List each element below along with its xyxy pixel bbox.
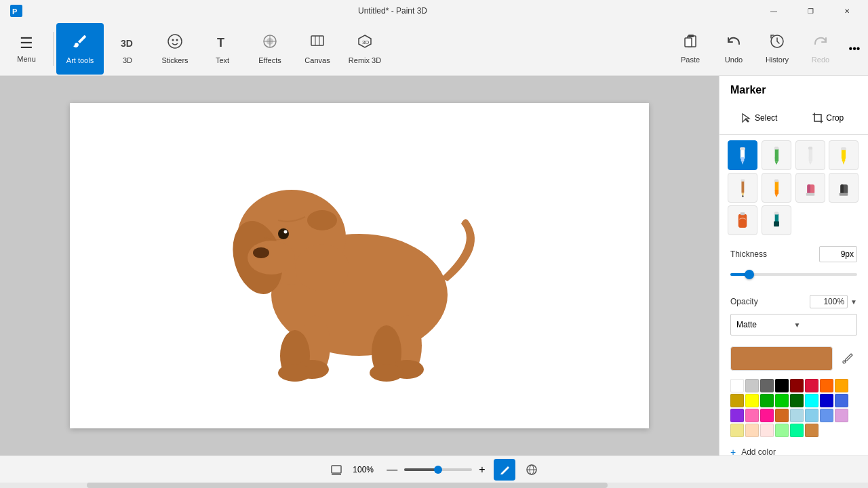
svg-rect-68 <box>774 212 778 215</box>
color-royalblue[interactable] <box>835 394 848 407</box>
color-crimson[interactable] <box>805 379 818 392</box>
main-area: Marker Select Crop <box>0 76 868 455</box>
paint-bucket-tool-icon <box>733 211 752 230</box>
zoom-slider-fill <box>404 468 438 471</box>
history-button[interactable]: History <box>757 23 797 75</box>
color-plum[interactable] <box>835 409 848 422</box>
color-chocolate[interactable] <box>775 409 789 422</box>
calligraphy-tool[interactable] <box>762 140 791 170</box>
thickness-slider-thumb[interactable] <box>745 270 754 279</box>
color-darkgreen[interactable] <box>760 394 774 407</box>
svg-rect-51 <box>741 180 744 192</box>
teal-brush-tool-icon <box>767 211 786 230</box>
select-button[interactable]: Select <box>728 107 791 129</box>
maximize-button[interactable]: ❐ <box>795 0 826 22</box>
zoom-slider-thumb[interactable] <box>434 466 442 474</box>
svg-rect-42 <box>774 147 778 150</box>
pencil-tool[interactable] <box>728 173 757 203</box>
opacity-input[interactable] <box>810 295 848 308</box>
dark-eraser-tool[interactable] <box>829 173 859 203</box>
3d-view-button[interactable] <box>521 459 542 481</box>
crop-button[interactable]: Crop <box>797 107 861 129</box>
svg-point-69 <box>843 361 846 363</box>
zoom-slider[interactable] <box>404 468 472 471</box>
color-white[interactable] <box>730 379 744 392</box>
color-amber[interactable] <box>835 379 848 392</box>
crayon-tool[interactable] <box>762 173 791 203</box>
select-icon <box>741 113 752 123</box>
color-peru[interactable] <box>805 424 818 437</box>
add-color-button[interactable]: + Add color <box>719 443 868 455</box>
redo-icon <box>812 33 829 53</box>
stickers-label: Stickers <box>161 56 188 64</box>
more-options-button[interactable]: ••• <box>844 23 865 75</box>
svg-rect-61 <box>806 193 814 196</box>
paste-button[interactable]: Paste <box>670 23 711 75</box>
color-palegreen[interactable] <box>775 424 789 437</box>
matte-dropdown[interactable]: Matte ▼ <box>730 314 857 336</box>
color-cornflower[interactable] <box>820 409 833 422</box>
marker-tool[interactable] <box>728 140 757 170</box>
draw-mode-button[interactable] <box>494 459 515 481</box>
current-color-swatch[interactable] <box>730 346 833 371</box>
thickness-input[interactable] <box>819 246 857 262</box>
color-yellow[interactable] <box>745 394 759 407</box>
matte-dropdown-row: Matte ▼ <box>719 311 868 341</box>
color-cyan[interactable] <box>805 394 818 407</box>
color-forest[interactable] <box>790 394 804 407</box>
canvas-view-button[interactable] <box>326 459 347 481</box>
eyedropper-button[interactable] <box>838 349 857 368</box>
panel-title: Marker <box>719 76 868 102</box>
color-green[interactable] <box>775 394 789 407</box>
color-orange[interactable] <box>820 379 833 392</box>
art-tools-button[interactable]: Art tools <box>56 23 104 75</box>
color-blue[interactable] <box>820 394 833 407</box>
color-springgreen[interactable] <box>790 424 804 437</box>
color-khaki[interactable] <box>730 424 744 437</box>
remix3d-button[interactable]: 3D Remix 3D <box>341 23 389 75</box>
svg-point-34 <box>295 244 349 291</box>
close-button[interactable]: ✕ <box>831 0 863 22</box>
svg-rect-44 <box>808 157 812 161</box>
svg-rect-16 <box>688 35 694 37</box>
color-skyblue[interactable] <box>805 409 818 422</box>
history-icon <box>769 33 785 53</box>
effects-button[interactable]: Effects <box>246 23 294 75</box>
color-purple[interactable] <box>730 409 744 422</box>
color-lightgray[interactable] <box>745 379 759 392</box>
canvas-button[interactable]: Canvas <box>294 23 341 75</box>
canvas-scrollbar[interactable] <box>0 483 868 488</box>
menu-button[interactable]: ☰ Menu <box>3 23 50 75</box>
zoom-minus-button[interactable]: — <box>384 464 400 476</box>
app-icon: P <box>10 5 22 17</box>
color-darkred[interactable] <box>790 379 804 392</box>
minimize-button[interactable]: — <box>758 0 789 22</box>
thickness-slider-container[interactable] <box>730 268 857 281</box>
color-gray[interactable] <box>760 379 774 392</box>
canvas-paper[interactable] <box>70 103 649 428</box>
color-deeppink[interactable] <box>760 409 774 422</box>
color-hotpink[interactable] <box>745 409 759 422</box>
oil-paint-tool[interactable] <box>795 140 825 170</box>
redo-button[interactable]: Redo <box>800 23 841 75</box>
opacity-label: Opacity <box>730 297 810 306</box>
text-button[interactable]: T Text <box>199 23 246 75</box>
teal-brush-tool[interactable] <box>762 205 791 235</box>
zoom-plus-button[interactable]: + <box>476 464 488 476</box>
3d-button[interactable]: 3D 3D <box>104 23 151 75</box>
color-peach[interactable] <box>745 424 759 437</box>
color-lightblue[interactable] <box>790 409 804 422</box>
eraser-tool[interactable] <box>795 173 825 203</box>
color-mistyrose[interactable] <box>760 424 774 437</box>
yellow-marker-tool[interactable] <box>829 140 859 170</box>
undo-button[interactable]: Undo <box>713 23 754 75</box>
color-black[interactable] <box>775 379 789 392</box>
canvas-area[interactable] <box>0 76 719 455</box>
dog-illustration <box>203 139 515 392</box>
scrollbar-thumb[interactable] <box>87 483 608 488</box>
svg-rect-63 <box>841 184 844 194</box>
svg-point-25 <box>307 210 337 230</box>
paint-bucket-tool[interactable] <box>728 205 757 235</box>
color-gold[interactable] <box>730 394 744 407</box>
stickers-button[interactable]: Stickers <box>151 23 199 75</box>
